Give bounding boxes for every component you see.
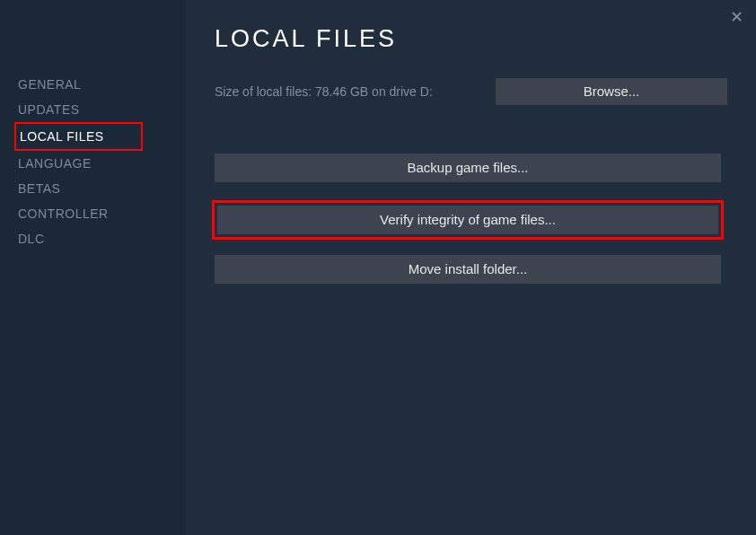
info-row: Size of local files: 78.46 GB on drive D… [215, 78, 727, 105]
sidebar: GENERAL UPDATES LOCAL FILES LANGUAGE BET… [0, 0, 186, 535]
verify-integrity-button[interactable]: Verify integrity of game files... [217, 206, 718, 234]
close-icon[interactable]: ✕ [730, 9, 743, 25]
browse-button[interactable]: Browse... [496, 78, 727, 105]
sidebar-item-dlc[interactable]: DLC [0, 226, 186, 251]
page-title: LOCAL FILES [215, 25, 727, 53]
content-panel: ✕ LOCAL FILES Size of local files: 78.46… [186, 0, 756, 535]
sidebar-item-controller[interactable]: CONTROLLER [0, 201, 186, 226]
size-text: Size of local files: 78.46 GB on drive D… [215, 84, 433, 99]
sidebar-item-betas[interactable]: BETAS [0, 176, 186, 201]
sidebar-item-language[interactable]: LANGUAGE [0, 151, 186, 176]
sidebar-item-general[interactable]: GENERAL [0, 72, 186, 97]
sidebar-item-local-files[interactable]: LOCAL FILES [14, 122, 143, 151]
move-install-folder-button[interactable]: Move install folder... [215, 255, 721, 284]
sidebar-item-updates[interactable]: UPDATES [0, 97, 186, 122]
backup-game-files-button[interactable]: Backup game files... [215, 153, 721, 182]
